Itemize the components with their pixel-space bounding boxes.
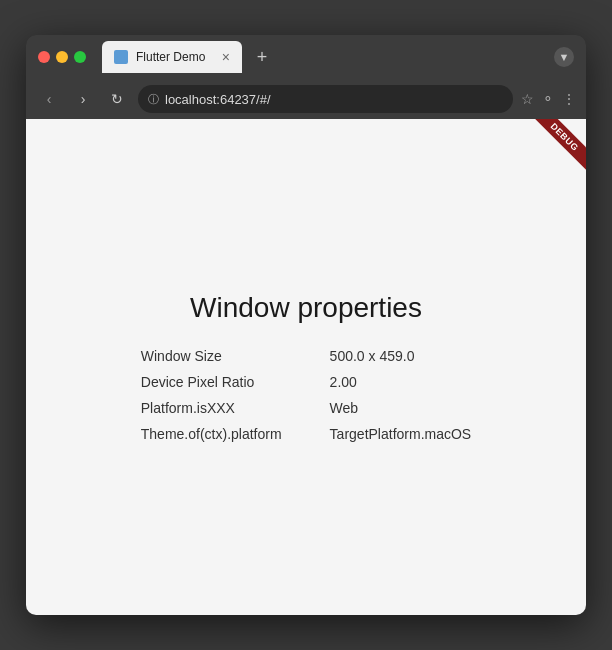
tab-close-button[interactable]: ×: [222, 50, 230, 64]
new-tab-button[interactable]: +: [248, 43, 276, 71]
active-tab[interactable]: Flutter Demo ×: [102, 41, 242, 73]
debug-banner: DEBUG: [526, 119, 586, 179]
tab-extension-button[interactable]: ▼: [554, 47, 574, 67]
page-content: DEBUG Window properties Window Size500.0…: [26, 119, 586, 615]
close-button[interactable]: [38, 51, 50, 63]
property-value: 500.0 x 459.0: [330, 348, 472, 364]
tab-favicon-icon: [114, 50, 128, 64]
profile-icon[interactable]: ⚬: [542, 91, 554, 107]
property-label: Device Pixel Ratio: [141, 374, 282, 390]
title-bar: Flutter Demo × + ▼: [26, 35, 586, 79]
menu-icon[interactable]: ⋮: [562, 91, 576, 107]
svg-point-0: [117, 53, 125, 61]
page-title: Window properties: [190, 292, 422, 324]
traffic-lights: [38, 51, 86, 63]
url-actions: ☆ ⚬ ⋮: [521, 91, 576, 107]
url-text: localhost:64237/#/: [165, 92, 271, 107]
secure-icon: ⓘ: [148, 92, 159, 107]
property-value: 2.00: [330, 374, 472, 390]
back-button[interactable]: ‹: [36, 86, 62, 112]
forward-button[interactable]: ›: [70, 86, 96, 112]
debug-label: DEBUG: [531, 119, 586, 171]
properties-container: Window properties Window Size500.0 x 459…: [141, 292, 471, 442]
tab-area: Flutter Demo × + ▼: [102, 41, 574, 73]
browser-window: Flutter Demo × + ▼ ‹ › ↻ ⓘ localhost:642…: [26, 35, 586, 615]
property-value: TargetPlatform.macOS: [330, 426, 472, 442]
url-bar[interactable]: ⓘ localhost:64237/#/: [138, 85, 513, 113]
tab-title: Flutter Demo: [136, 50, 214, 64]
maximize-button[interactable]: [74, 51, 86, 63]
minimize-button[interactable]: [56, 51, 68, 63]
properties-table: Window Size500.0 x 459.0Device Pixel Rat…: [141, 348, 471, 442]
property-label: Window Size: [141, 348, 282, 364]
reload-button[interactable]: ↻: [104, 86, 130, 112]
property-label: Theme.of(ctx).platform: [141, 426, 282, 442]
property-value: Web: [330, 400, 472, 416]
bookmark-icon[interactable]: ☆: [521, 91, 534, 107]
address-bar: ‹ › ↻ ⓘ localhost:64237/#/ ☆ ⚬ ⋮: [26, 79, 586, 119]
property-label: Platform.isXXX: [141, 400, 282, 416]
